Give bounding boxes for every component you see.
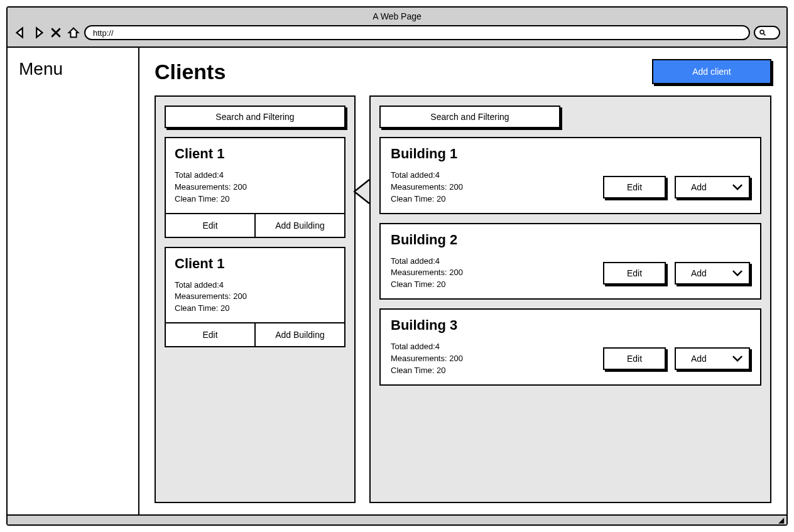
- building-stats: Total added:4 Measurements: 200 Clean Ti…: [391, 341, 463, 377]
- building-card: Building 2 Total added:4 Measurements: 2…: [379, 223, 761, 300]
- client-card[interactable]: Client 1 Total added:4 Measurements: 200…: [165, 137, 345, 238]
- add-dropdown-button[interactable]: Add: [675, 262, 750, 285]
- client-card[interactable]: Client 1 Total added:4 Measurements: 200…: [165, 247, 345, 348]
- main-header: Clients Add client: [155, 59, 771, 84]
- building-name: Building 3: [391, 317, 750, 334]
- url-input[interactable]: http://: [84, 25, 750, 40]
- columns: Search and Filtering Client 1 Total adde…: [155, 95, 771, 503]
- stop-icon[interactable]: [49, 26, 63, 40]
- client-name: Client 1: [175, 146, 335, 162]
- add-label: Add: [691, 268, 707, 278]
- building-actions: Edit Add: [603, 347, 750, 370]
- browser-chrome: A Web Page http://: [8, 8, 786, 48]
- building-name: Building 1: [391, 146, 750, 162]
- chevron-down-icon: [732, 270, 742, 276]
- edit-client-button[interactable]: Edit: [166, 213, 254, 237]
- resize-grip-icon[interactable]: ◢: [778, 516, 783, 524]
- home-icon[interactable]: [67, 26, 80, 40]
- building-stats: Total added:4 Measurements: 200 Clean Ti…: [391, 170, 463, 205]
- add-dropdown-button[interactable]: Add: [675, 347, 750, 370]
- building-card: Building 1 Total added:4 Measurements: 2…: [379, 137, 761, 214]
- add-client-button[interactable]: Add client: [652, 59, 771, 84]
- clients-panel: Search and Filtering Client 1 Total adde…: [155, 95, 356, 503]
- client-card-actions: Edit Add Building: [166, 213, 344, 237]
- add-building-button[interactable]: Add Building: [254, 213, 344, 237]
- add-label: Add: [691, 354, 707, 364]
- back-icon[interactable]: [14, 26, 28, 40]
- edit-client-button[interactable]: Edit: [166, 322, 254, 346]
- edit-building-button[interactable]: Edit: [603, 347, 666, 370]
- buildings-search-filter-button[interactable]: Search and Filtering: [379, 106, 560, 128]
- add-dropdown-button[interactable]: Add: [675, 176, 750, 198]
- chevron-down-icon: [732, 184, 742, 190]
- url-text: http://: [93, 28, 114, 38]
- client-stats: Total added:4 Measurements: 200 Clean Ti…: [175, 280, 335, 315]
- menu-heading[interactable]: Menu: [19, 59, 127, 79]
- client-card-actions: Edit Add Building: [166, 322, 344, 346]
- add-building-button[interactable]: Add Building: [254, 322, 344, 346]
- sidebar: Menu: [8, 48, 139, 514]
- chevron-down-icon: [732, 356, 742, 362]
- browser-toolbar: http://: [14, 25, 780, 40]
- svg-point-0: [760, 30, 764, 34]
- clients-search-filter-button[interactable]: Search and Filtering: [165, 106, 345, 128]
- building-name: Building 2: [391, 232, 750, 248]
- client-stats: Total added:4 Measurements: 200 Clean Ti…: [175, 170, 335, 205]
- browser-page-title: A Web Page: [14, 11, 780, 21]
- browser-window: A Web Page http:// Menu: [6, 6, 788, 526]
- buildings-panel: Search and Filtering Building 1 Total ad…: [369, 95, 771, 503]
- building-actions: Edit Add: [603, 176, 750, 198]
- selection-arrow-icon: [352, 178, 371, 205]
- app-body: Menu Clients Add client Search and Filte…: [8, 48, 786, 514]
- status-bar: ◢: [8, 514, 786, 524]
- page-title: Clients: [155, 60, 226, 84]
- main-content: Clients Add client Search and Filtering …: [139, 48, 786, 514]
- building-stats: Total added:4 Measurements: 200 Clean Ti…: [391, 256, 463, 291]
- edit-building-button[interactable]: Edit: [603, 262, 666, 285]
- add-label: Add: [691, 182, 707, 192]
- forward-icon[interactable]: [31, 26, 45, 40]
- building-card: Building 3 Total added:4 Measurements: 2…: [379, 308, 761, 386]
- edit-building-button[interactable]: Edit: [603, 176, 666, 198]
- browser-search-button[interactable]: [754, 26, 780, 40]
- client-name: Client 1: [175, 256, 335, 272]
- building-actions: Edit Add: [603, 262, 750, 285]
